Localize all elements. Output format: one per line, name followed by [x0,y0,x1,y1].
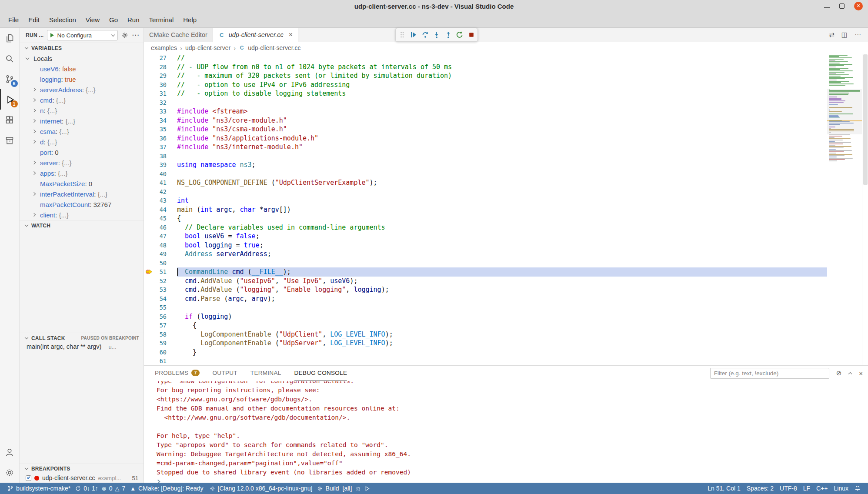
cmake-build-button[interactable]: Build [315,483,341,494]
toolbar-drag-handle[interactable] [397,30,407,40]
tab-debug-console[interactable]: DEBUG CONSOLE [294,366,347,381]
code-line-33[interactable]: 33#include <fstream> [144,107,827,116]
stop-icon[interactable] [466,30,477,40]
line-number[interactable]: 42 [155,187,167,197]
breakpoint-checkbox[interactable] [26,475,31,481]
console-prompt[interactable] [157,477,868,483]
glyph-margin[interactable] [144,71,155,80]
maximize-panel-icon[interactable] [848,372,852,375]
line-number[interactable]: 45 [155,214,167,223]
tab-problems[interactable]: PROBLEMS 7 [155,366,200,381]
code-line-47[interactable]: 47 bool useV6 = false; [144,232,827,241]
variable-row[interactable]: csma: {...} [20,126,144,137]
glyph-margin[interactable] [144,285,155,294]
code-line-27[interactable]: 27// [144,53,827,63]
cursor-position-status[interactable]: Ln 51, Col 1 [704,483,744,494]
glyph-margin[interactable] [144,143,155,152]
call-stack-frame[interactable]: main(int argc, char ** argv) u... [20,343,144,354]
watch-section-body[interactable] [20,230,144,333]
code-line-37[interactable]: 37#include "ns3/internet-module.h" [144,143,827,152]
glyph-margin[interactable] [144,89,155,98]
account-icon[interactable] [0,442,20,462]
restart-icon[interactable] [454,30,465,40]
variables-section-header[interactable]: VARIABLES [20,43,144,53]
minimap[interactable] [827,53,862,365]
glyph-margin[interactable] [144,223,155,232]
launch-target-button[interactable] [363,483,372,494]
variable-row[interactable]: port: 0 [20,147,144,157]
line-number[interactable]: 40 [155,170,167,179]
code-line-40[interactable]: 40 [144,170,827,179]
variable-row[interactable]: interPacketInterval: {...} [20,189,144,199]
extensions-icon[interactable] [0,110,20,130]
line-number[interactable]: 34 [155,116,167,125]
line-number[interactable]: 53 [155,285,167,294]
line-number[interactable]: 43 [155,196,167,205]
close-tab-icon[interactable]: × [289,31,293,39]
code-line-29[interactable]: 29// - maximum of 320 packets sent (or l… [144,71,827,80]
menu-file[interactable]: File [3,14,23,26]
tab-cmake-cache-editor[interactable]: CMake Cache Editor [144,28,213,42]
glyph-margin[interactable] [144,152,155,161]
variable-row[interactable]: logging: true [20,74,144,84]
line-number[interactable]: 47 [155,232,167,241]
glyph-margin[interactable] [144,63,155,72]
editor-more-actions-icon[interactable]: ⋯ [855,31,861,39]
line-number[interactable]: 33 [155,107,167,116]
code-line-56[interactable]: 56 if (logging) [144,312,827,321]
code-line-49[interactable]: 49 Address serverAddress; [144,250,827,259]
code-line-50[interactable]: 50 [144,259,827,268]
line-number[interactable]: 35 [155,125,167,134]
scrollbar-slider[interactable] [863,54,868,185]
console-filter-input[interactable] [710,368,829,379]
code-line-35[interactable]: 35#include "ns3/csma-module.h" [144,125,827,134]
variable-row[interactable]: MaxPacketSize: 0 [20,178,144,189]
glyph-margin[interactable] [144,160,155,170]
breakpoints-section-header[interactable]: BREAKPOINTS [20,464,144,473]
chevron-right-icon[interactable] [33,161,40,164]
variable-row[interactable]: cmd: {...} [20,95,144,105]
breadcrumb-item-file[interactable]: udp-client-server.cc [248,44,300,51]
line-number[interactable]: 51 [155,267,167,277]
line-number[interactable]: 50 [155,259,167,268]
line-number[interactable]: 61 [155,357,167,365]
glyph-margin[interactable] [144,116,155,125]
close-panel-icon[interactable]: × [859,370,863,377]
glyph-margin[interactable] [144,205,155,214]
code-line-58[interactable]: 58 LogComponentEnable ("UdpClient", LOG_… [144,330,827,339]
chevron-right-icon[interactable] [33,109,40,112]
line-number[interactable]: 36 [155,134,167,143]
variable-row[interactable]: serverAddress: {...} [20,84,144,95]
split-editor-icon[interactable]: ◫ [841,31,848,39]
line-number[interactable]: 41 [155,178,167,187]
run-and-debug-icon[interactable]: 1 [0,89,20,110]
git-branch-status[interactable]: buildsystem-cmake* [4,483,73,494]
line-number[interactable]: 28 [155,63,167,72]
line-number[interactable]: 48 [155,241,167,250]
glyph-margin[interactable] [144,178,155,187]
tab-udp-client-server[interactable]: C udp-client-server.cc × [213,28,298,42]
menu-help[interactable]: Help [178,14,201,26]
menu-run[interactable]: Run [123,14,144,26]
close-icon[interactable]: × [854,2,863,10]
line-number[interactable]: 37 [155,143,167,152]
language-mode-status[interactable]: C++ [813,483,831,494]
code-line-48[interactable]: 48 bool logging = true; [144,241,827,250]
glyph-margin[interactable] [144,321,155,330]
code-line-38[interactable]: 38 [144,152,827,161]
restore-icon[interactable] [839,3,845,9]
tab-terminal[interactable]: TERMINAL [250,366,281,381]
code-line-28[interactable]: 28// - UDP flow from n0 to n1 of 1024 by… [144,63,827,72]
breakpoint-row[interactable]: udp-client-server.cc exampl... 51 [20,473,144,483]
line-number[interactable]: 38 [155,152,167,161]
glyph-margin[interactable] [144,214,155,223]
glyph-margin[interactable] [144,348,155,357]
menu-edit[interactable]: Edit [23,14,44,26]
glyph-margin[interactable] [144,250,155,259]
titlebar[interactable]: udp-client-server.cc - ns-3-dev - Visual… [0,0,868,12]
code-line-45[interactable]: 45{ [144,214,827,223]
line-number[interactable]: 32 [155,98,167,107]
glyph-margin[interactable] [144,241,155,250]
glyph-margin[interactable] [144,170,155,179]
code-line-42[interactable]: 42 [144,187,827,197]
